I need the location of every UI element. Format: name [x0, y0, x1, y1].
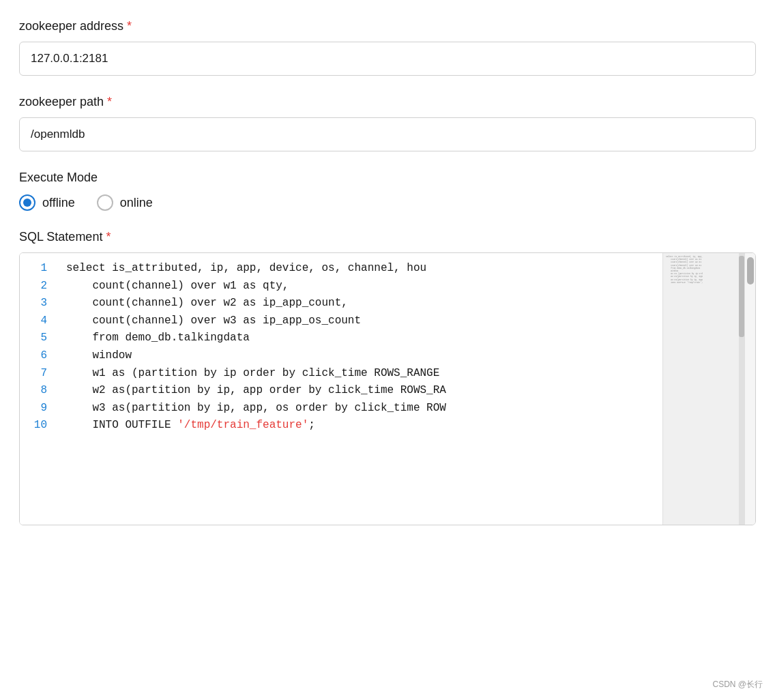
- zookeeper-address-label: zookeeper address *: [19, 19, 756, 33]
- radio-offline-circle[interactable]: [19, 194, 35, 211]
- sql-statement-required: *: [106, 230, 111, 244]
- zookeeper-address-required: *: [127, 19, 132, 33]
- sql-editor-container: 1 2 3 4 5 6 7 8 9 10 select is_attribute…: [19, 252, 756, 525]
- execute-mode-label: Execute Mode: [19, 171, 756, 185]
- zookeeper-path-input[interactable]: [19, 117, 756, 151]
- sql-code-area[interactable]: 1 2 3 4 5 6 7 8 9 10 select is_attribute…: [20, 253, 662, 525]
- sql-scrollbar[interactable]: [744, 253, 755, 525]
- code-content[interactable]: select is_attributed, ip, app, device, o…: [57, 253, 662, 525]
- zookeeper-path-required: *: [107, 95, 112, 109]
- line-numbers: 1 2 3 4 5 6 7 8 9 10: [20, 253, 57, 525]
- sql-statement-label: SQL Statement *: [19, 230, 756, 244]
- mini-preview-content: select is_attributed, ip, app, count(cha…: [663, 253, 744, 287]
- zookeeper-path-label: zookeeper path *: [19, 95, 756, 109]
- zookeeper-address-input[interactable]: [19, 42, 756, 76]
- execute-mode-group: Execute Mode offline online: [19, 171, 756, 211]
- radio-offline-label: offline: [42, 196, 75, 210]
- zookeeper-path-group: zookeeper path *: [19, 95, 756, 151]
- zookeeper-address-label-text: zookeeper address: [19, 19, 123, 33]
- zookeeper-address-group: zookeeper address *: [19, 19, 756, 76]
- sql-statement-section: SQL Statement * 1 2 3 4 5 6 7 8 9 10 sel…: [19, 230, 756, 525]
- radio-offline[interactable]: offline: [19, 194, 75, 211]
- radio-online-label: online: [120, 196, 153, 210]
- sql-mini-preview: select is_attributed, ip, app, count(cha…: [662, 253, 744, 525]
- scrollbar-track: [745, 254, 755, 523]
- mini-preview-scrollbar: [739, 253, 744, 525]
- sql-statement-label-text: SQL Statement: [19, 230, 102, 244]
- execute-mode-radio-group: offline online: [19, 194, 756, 211]
- scrollbar-thumb[interactable]: [747, 257, 754, 285]
- watermark: CSDN @长行: [712, 679, 763, 690]
- radio-online-circle[interactable]: [97, 194, 113, 211]
- radio-online[interactable]: online: [97, 194, 153, 211]
- mini-preview-scrollbar-thumb: [739, 256, 744, 337]
- zookeeper-path-label-text: zookeeper path: [19, 95, 104, 109]
- sql-editor-main: 1 2 3 4 5 6 7 8 9 10 select is_attribute…: [20, 253, 662, 525]
